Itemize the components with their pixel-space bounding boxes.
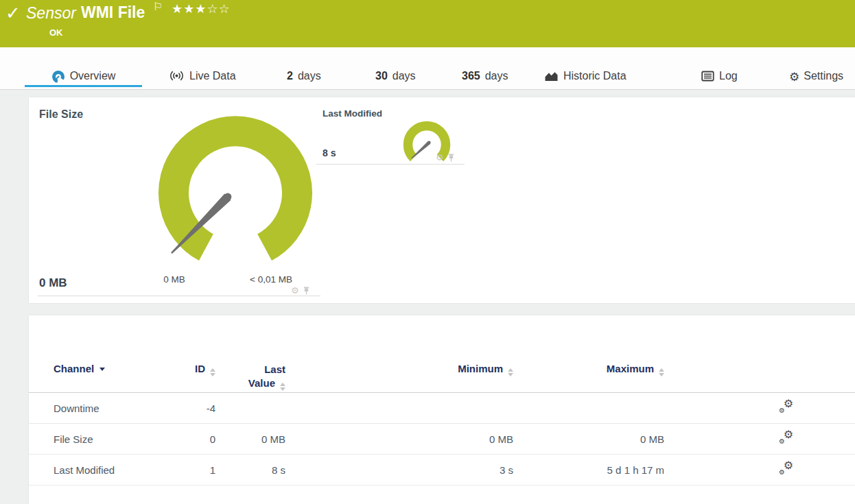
tab-overview[interactable]: Overview [25, 47, 142, 89]
tab-settings-label: Settings [804, 70, 843, 82]
sensor-kind-label: Sensor [26, 4, 76, 23]
file-size-gauge-tools: ⚙ [291, 286, 310, 295]
channel-id: 0 [187, 433, 215, 445]
tab-30-days-number: 30 [375, 70, 388, 82]
channel-settings-icon[interactable]: ⚙⚙ [779, 400, 793, 413]
stars-empty: ☆☆ [207, 2, 230, 16]
tab-historic-data[interactable]: Historic Data [544, 47, 626, 89]
flag-icon[interactable]: ⚐ [153, 0, 163, 13]
sort-desc-icon [99, 368, 105, 371]
tab-30-days[interactable]: 30days [375, 47, 416, 89]
tab-365-days[interactable]: 365days [462, 47, 508, 89]
sensor-title: WMI File [81, 3, 145, 22]
tab-2-days-unit: days [298, 70, 321, 82]
channels-panel: Channel ID Last Value Minimum Maximum Do… [29, 315, 855, 504]
column-header-minimum[interactable]: Minimum [285, 363, 513, 392]
last-modified-block-divider [316, 164, 465, 165]
gauge-graphics [29, 97, 855, 303]
file-size-gauge-needle [171, 194, 231, 254]
tab-overview-label: Overview [70, 70, 116, 82]
sort-icon [508, 368, 513, 376]
channel-last-value: 8 s [215, 464, 285, 476]
table-row-last-modified: Last Modified 1 8 s 3 s 5 d 1 h 17 m ⚙⚙ [29, 455, 855, 485]
last-modified-current-value: 8 s [323, 147, 336, 158]
gauge-settings-icon[interactable]: ⚙ [436, 153, 444, 162]
tab-log-label: Log [719, 70, 738, 82]
table-header-row: Channel ID Last Value Minimum Maximum [29, 343, 855, 393]
sensor-status-text: OK [49, 27, 63, 38]
sort-icon [210, 368, 215, 376]
priority-stars[interactable]: ★★★☆☆ [172, 1, 231, 16]
active-tab-indicator [25, 85, 142, 87]
tab-365-days-unit: days [485, 70, 508, 82]
column-header-maximum[interactable]: Maximum [513, 363, 664, 392]
channel-name: Last Modified [29, 464, 187, 476]
tab-settings[interactable]: ⚙Settings [789, 47, 843, 89]
sort-icon [280, 383, 285, 391]
channel-last-value: 0 MB [215, 433, 285, 445]
tab-30-days-unit: days [393, 70, 416, 82]
channel-settings-icon[interactable]: ⚙⚙ [779, 462, 793, 475]
file-size-current-value: 0 MB [39, 276, 67, 290]
sort-icon [659, 368, 664, 376]
prtg-sensor-page: ✓ Sensor WMI File ⚐ ★★★☆☆ OK Overview Li… [0, 0, 855, 504]
tab-2-days[interactable]: 2days [287, 47, 321, 89]
tab-2-days-number: 2 [287, 70, 293, 82]
channel-settings-icon[interactable]: ⚙⚙ [779, 431, 793, 444]
column-header-last-value[interactable]: Last Value [215, 363, 285, 392]
log-list-icon [701, 71, 714, 82]
pin-icon[interactable] [447, 154, 455, 162]
stars-filled: ★★★ [172, 2, 207, 16]
channel-id: 1 [187, 464, 215, 476]
channel-name: Downtime [29, 403, 187, 414]
file-size-gauge-max-label: < 0,01 MB [230, 274, 312, 285]
sensor-status-header: ✓ Sensor WMI File ⚐ ★★★☆☆ OK [0, 0, 855, 47]
channel-minimum: 0 MB [285, 433, 513, 445]
last-modified-gauge-needle [411, 141, 430, 159]
tab-live-data-label: Live Data [189, 70, 236, 82]
status-ok-check-icon: ✓ [5, 3, 21, 24]
gauge-settings-icon[interactable]: ⚙ [291, 286, 299, 295]
channel-minimum: 3 s [285, 464, 513, 476]
table-row-file-size: File Size 0 0 MB 0 MB 0 MB ⚙⚙ [29, 424, 855, 455]
last-modified-gauge-tools: ⚙ [436, 153, 455, 162]
column-header-id[interactable]: ID [187, 363, 215, 392]
channel-maximum: 5 d 1 h 17 m [513, 464, 664, 476]
tab-log[interactable]: Log [701, 47, 738, 89]
tab-bar: Overview Live Data 2days 30days 365days … [0, 47, 855, 90]
last-modified-gauge-title: Last Modified [323, 108, 382, 119]
file-size-gauge-min-label: 0 MB [140, 274, 209, 285]
channels-table: Channel ID Last Value Minimum Maximum Do… [29, 343, 855, 485]
broadcast-icon [169, 70, 185, 82]
pin-icon[interactable] [303, 287, 310, 295]
channel-maximum: 0 MB [513, 433, 664, 445]
tab-historic-data-label: Historic Data [563, 70, 626, 82]
tab-live-data[interactable]: Live Data [169, 47, 236, 89]
file-size-gauge-arc [174, 131, 297, 247]
channel-name: File Size [29, 433, 187, 445]
gauges-panel: File Size Last Modified 0 MB < 0,01 MB 0… [29, 97, 855, 303]
tab-365-days-number: 365 [462, 70, 480, 82]
settings-gear-icon: ⚙ [789, 71, 799, 84]
area-chart-icon [544, 71, 559, 82]
table-row-downtime: Downtime -4 ⚙⚙ [29, 393, 855, 424]
gauge-icon [51, 70, 65, 84]
file-size-gauge-title: File Size [39, 108, 83, 121]
file-size-block-divider [38, 296, 320, 296]
channel-id: -4 [187, 403, 215, 414]
column-header-channel[interactable]: Channel [29, 363, 187, 392]
